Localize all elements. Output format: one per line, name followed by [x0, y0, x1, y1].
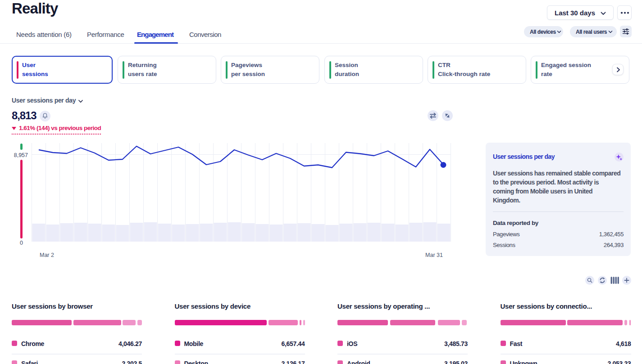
svg-text:8,957: 8,957 — [14, 152, 28, 158]
svg-text:Mar 2: Mar 2 — [40, 252, 54, 258]
svg-text:0: 0 — [20, 240, 23, 246]
svg-text:Mar 31: Mar 31 — [425, 252, 443, 258]
